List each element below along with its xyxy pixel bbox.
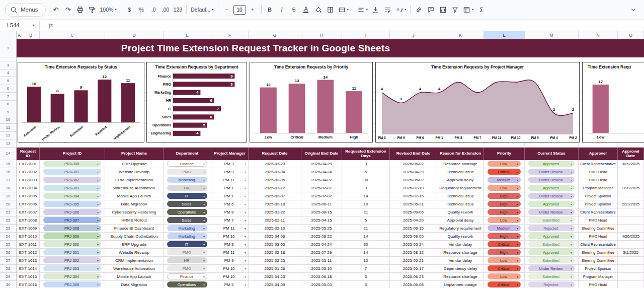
cell-project-id[interactable]: PRJ-303▾ [40,184,105,192]
row-header-1[interactable]: 1 [0,39,16,57]
cell-approver[interactable]: PMO Head [579,176,618,184]
status-chip[interactable]: Under Review▾ [528,177,575,183]
department-chip[interactable]: PMO▾ [167,249,207,255]
cell-project-name[interactable]: Mobile App Launch [105,192,164,200]
cell-department[interactable]: Sales▾ [164,200,211,208]
cell-project-name[interactable]: CRM Implementation [105,257,164,264]
cell-reason[interactable]: Technical issue [437,200,484,208]
cell-approval-date[interactable]: 2/23/2025 [618,200,644,208]
cell-priority[interactable]: Low▾ [484,160,525,168]
cell-status[interactable]: Approved▾ [525,233,579,240]
column-header-I[interactable]: I [342,31,390,39]
cell-extension-days[interactable]: 21 [342,208,390,216]
cell-approver[interactable]: Project Sponsor [579,200,618,208]
print-button[interactable] [74,4,86,16]
row-header-12[interactable]: 12 [0,132,16,140]
cell-approval-date[interactable] [618,273,644,280]
cell-extension-days[interactable]: 3 [342,184,390,192]
cell-priority[interactable]: Critical▾ [484,168,525,176]
cell-status[interactable]: Submitted▾ [525,257,579,264]
cell-status[interactable]: Rejected▾ [525,225,579,232]
row-header-18[interactable]: 18 [0,184,16,192]
cell-approver[interactable]: PMO Head [579,233,618,240]
project-chip[interactable]: PRJ-304▾ [43,273,101,279]
cell-approval-date[interactable] [618,265,644,272]
cell-revised-end-date[interactable]: 2025-06-23 [390,273,437,280]
cell-pm[interactable]: PM 10▾ [211,233,249,240]
cell-extension-days[interactable]: 5 [342,281,390,288]
cell-request-id[interactable]: EXT-1011 [17,241,40,248]
cell-approver[interactable]: Steering Committee [579,249,618,256]
cell-revised-end-date[interactable]: 2025-05-17 [390,265,437,272]
cell-request-date[interactable]: 2025-02-18 [249,249,301,256]
cell-project-name[interactable]: HRMS Rollout [105,217,164,224]
cell-priority[interactable]: Medium▾ [484,225,525,232]
cell-pm[interactable]: PM 3▾ [211,241,249,248]
cell-approver[interactable]: Client Representative [579,160,618,168]
zoom-selector[interactable]: 100%▾ [99,4,118,16]
row-header-23[interactable]: 23 [0,225,16,233]
column-header-M[interactable]: M [525,31,579,39]
cell-status[interactable]: Approved▾ [525,184,579,192]
priority-chip[interactable]: High▾ [488,193,521,199]
cell-extension-days[interactable]: 14 [342,249,390,256]
cell-revised-end-date[interactable]: 2025-09-05 [390,208,437,216]
column-header-G[interactable]: G [249,31,301,39]
status-chip[interactable]: Approved▾ [528,249,575,255]
increase-font-size-button[interactable]: + [247,4,259,16]
cell-status[interactable]: Under Review▾ [525,208,579,216]
cell-project-id[interactable]: PRJ-300▾ [40,241,105,248]
status-chip[interactable]: Under Review▾ [528,169,575,175]
cell-approval-date[interactable] [618,168,644,176]
cell-request-id[interactable]: EXT-1004 [17,184,40,192]
cell-project-id[interactable]: PRJ-305▾ [40,200,105,208]
status-chip[interactable]: Submitted▾ [528,241,575,247]
row-header-19[interactable]: 19 [0,192,16,200]
insert-link-button[interactable] [413,4,425,16]
cell-pm[interactable]: PM 11▾ [211,176,249,184]
row-header-13[interactable]: 13 [0,139,16,148]
cell-project-id[interactable]: PRJ-301▾ [40,249,105,256]
cell-approval-date[interactable] [618,217,644,224]
cell-original-end-date[interactable]: 2025-04-24 [301,168,342,176]
project-chip[interactable]: PRJ-302▾ [43,257,101,263]
cell-pm[interactable]: PM 8▾ [211,208,249,216]
table-header-project-name[interactable]: Project Name [105,148,164,160]
name-box[interactable]: L544 ▾ [0,22,38,28]
select-all-corner[interactable] [0,31,17,39]
row-header-8[interactable]: 8 [0,101,16,109]
cell-project-id[interactable]: PRJ-306▾ [40,208,105,216]
fill-color-button[interactable] [312,4,324,16]
row-header-11[interactable]: 11 [0,124,16,132]
department-chip[interactable]: Operations▾ [167,209,207,215]
cell-department[interactable]: HR▾ [164,184,211,192]
cell-revised-end-date[interactable]: 2025-06-21 [390,200,437,208]
project-chip[interactable]: PRJ-304▾ [43,193,101,199]
row-header-27[interactable]: 27 [0,257,16,265]
font-size-input[interactable]: 10 [233,5,246,15]
project-chip[interactable]: PRJ-309▾ [43,233,101,239]
status-chip[interactable]: Approved▾ [528,161,575,167]
status-chip[interactable]: Approved▾ [528,233,575,239]
cell-extension-days[interactable]: 7 [342,265,390,272]
cell-request-date[interactable]: 2025-04-23 [249,273,301,280]
cell-revised-end-date[interactable]: 2025-07-16 [390,192,437,200]
cell-priority[interactable]: Low▾ [484,257,525,264]
cell-reason[interactable]: Vendor delay [437,257,484,264]
cell-reason[interactable]: Resource shortage [437,160,484,168]
cell-project-id[interactable]: PRJ-303▾ [40,265,105,272]
column-header-H[interactable]: H [301,31,342,39]
cell-reason[interactable]: Unplanned outage [437,281,484,288]
priority-chip[interactable]: Low▾ [488,185,521,191]
cell-original-end-date[interactable]: 2025-08-15 [301,208,342,216]
cell-request-id[interactable]: EXT-1001 [17,160,40,168]
horizontal-align-button[interactable]: ▾ [356,4,369,16]
cell-original-end-date[interactable]: 2025-07-07 [301,184,342,192]
cell-request-date[interactable]: 2025-04-09 [249,281,301,288]
table-header-priority[interactable]: Priority [484,148,525,160]
cell-original-end-date[interactable]: 2025-07-02 [301,192,342,200]
row-header-28[interactable]: 28 [0,265,16,273]
cell-revised-end-date[interactable]: 2025-04-29 [390,168,437,176]
priority-chip[interactable]: Low▾ [488,217,521,223]
status-chip[interactable]: Rejected▾ [528,225,575,231]
